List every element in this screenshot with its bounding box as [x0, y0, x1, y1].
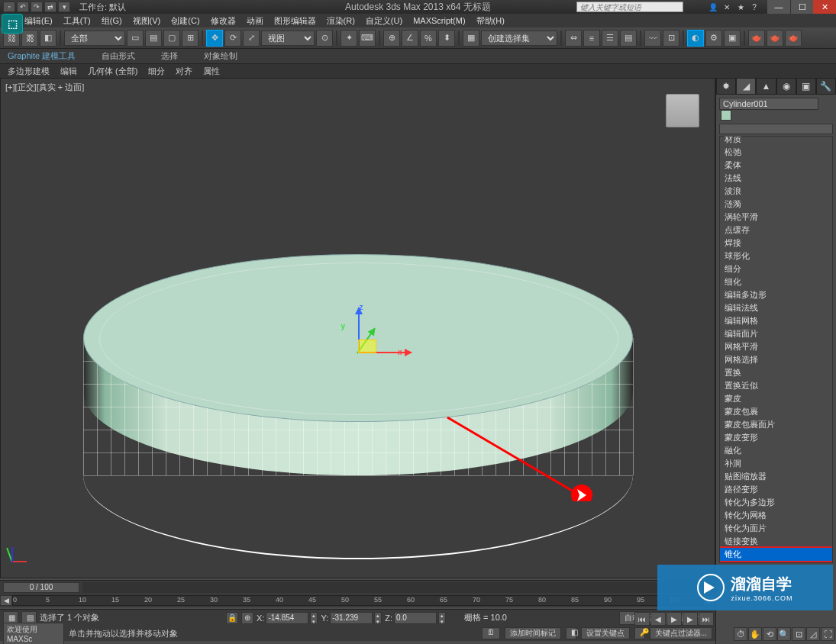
menu-help[interactable]: 帮助(H)	[476, 15, 505, 27]
modifier-item[interactable]: 涡轮平滑	[720, 211, 832, 224]
modifier-item[interactable]: 蒙皮变形	[720, 431, 832, 444]
modifier-item[interactable]: 编辑面片	[720, 327, 832, 340]
qat-more-icon[interactable]: ▾	[58, 2, 70, 12]
modifier-item[interactable]: 蒙皮包裹面片	[720, 418, 832, 431]
percent-snap-icon[interactable]: %	[420, 30, 437, 47]
manipulate-icon[interactable]: ✦	[341, 30, 357, 47]
ribbon-panel-edit[interactable]: 编辑	[60, 66, 77, 77]
modifier-item[interactable]: 网格选择	[720, 353, 832, 366]
modifier-item[interactable]: 点缓存	[720, 224, 832, 237]
next-frame-icon[interactable]: ▶	[683, 612, 698, 626]
ribbon-panel-properties[interactable]: 属性	[203, 66, 220, 77]
pivot-icon[interactable]: ⊙	[316, 30, 333, 47]
add-time-tag[interactable]: 添加时间标记	[505, 627, 561, 639]
select-region-icon[interactable]: ▢	[163, 30, 180, 47]
modifier-item[interactable]: 法线	[720, 172, 832, 185]
setkey-button[interactable]: 设置关键点	[581, 627, 630, 639]
modifier-item[interactable]: 蒙皮包裹	[720, 405, 832, 418]
window-crossing-icon[interactable]: ⊞	[182, 30, 199, 47]
spinner-snap-icon[interactable]: ⬍	[438, 30, 455, 47]
tag-icon[interactable]: 🗓	[482, 627, 500, 639]
keyboard-icon[interactable]: ⌨	[359, 30, 376, 47]
named-set-icon[interactable]: ▦	[463, 30, 479, 47]
modify-tab-icon[interactable]: ◢	[736, 78, 756, 95]
modifier-item[interactable]: 转化为面片	[720, 522, 832, 535]
maxscript-listener[interactable]: 欢迎使用 MAXSc	[3, 623, 64, 645]
angle-snap-icon[interactable]: ∠	[402, 30, 418, 47]
modifier-item[interactable]: 转化为多边形	[720, 496, 832, 509]
modifier-item[interactable]: 置换	[720, 366, 832, 379]
object-color-swatch[interactable]	[721, 110, 731, 121]
render-setup-icon[interactable]: ⚙	[705, 30, 722, 47]
modifier-item[interactable]: 贴图缩放器	[720, 470, 832, 483]
modifier-item[interactable]: 焊接	[720, 237, 832, 250]
curve-editor-icon[interactable]: 〰	[644, 30, 661, 47]
track-bar[interactable]: ◀ 05101520253035404550556065707580859095…	[0, 594, 715, 607]
ref-coord-system[interactable]: 视图	[261, 31, 315, 46]
modifier-item[interactable]: 涟漪	[720, 198, 832, 211]
select-name-icon[interactable]: ▤	[145, 30, 162, 47]
motion-tab-icon[interactable]: ◉	[776, 78, 796, 95]
ribbon-tab-paint[interactable]: 对象绘制	[204, 50, 237, 62]
modifier-item[interactable]: 补洞	[720, 457, 832, 470]
key-icon[interactable]: 🔑	[634, 627, 645, 639]
utilities-tab-icon[interactable]: 🔧	[816, 78, 836, 95]
menu-create[interactable]: 创建(C)	[171, 15, 199, 27]
ribbon-panel-align[interactable]: 对齐	[176, 66, 192, 77]
menu-group[interactable]: 组(G)	[102, 15, 122, 27]
align-icon[interactable]: ≡	[583, 30, 600, 47]
render-prod-icon[interactable]: 🫖	[767, 30, 783, 47]
layers-icon[interactable]: ☰	[602, 30, 618, 47]
track-scroll-track[interactable]: 0510152025303540455055606570758085909510…	[12, 595, 703, 606]
menu-render[interactable]: 渲染(R)	[327, 15, 355, 27]
time-slider[interactable]: 0 / 100	[0, 580, 715, 594]
create-tab-icon[interactable]: ✸	[716, 78, 736, 95]
key-filter-button[interactable]: 关键点过滤器...	[650, 627, 712, 639]
ribbon-tab-freeform[interactable]: 自由形式	[102, 50, 135, 62]
menu-maxscript[interactable]: MAXScript(M)	[413, 16, 465, 25]
signin-icon[interactable]: 👤	[708, 2, 718, 12]
hierarchy-tab-icon[interactable]: ▲	[756, 78, 776, 95]
goto-start-icon[interactable]: ⏮	[634, 612, 650, 626]
modifier-item[interactable]: 松弛	[720, 146, 832, 159]
modifier-item[interactable]: 锥化	[719, 546, 833, 562]
mirror-icon[interactable]: ⇔	[565, 30, 582, 47]
named-selection[interactable]: 创建选择集	[481, 31, 557, 46]
transform-type-icon[interactable]: ⊕	[241, 612, 253, 624]
modifier-item[interactable]: 编辑网格	[720, 314, 832, 327]
menu-tools[interactable]: 工具(T)	[63, 15, 91, 27]
modifier-item[interactable]: 材质	[720, 136, 832, 146]
select-icon[interactable]: ▭	[127, 30, 144, 47]
zoom-extents-icon[interactable]: ⊡	[792, 627, 805, 641]
modifier-item[interactable]: 编辑法线	[720, 301, 832, 314]
scale-icon[interactable]: ⤢	[243, 30, 260, 47]
schematic-icon[interactable]: ⊡	[663, 30, 679, 47]
viewport-label[interactable]: [+][正交][真实 + 边面]	[5, 82, 84, 93]
modifier-item[interactable]: 球形化	[720, 250, 832, 262]
maximize-viewport-icon[interactable]: ⛶	[821, 627, 834, 641]
snap-icon[interactable]: ⊕	[383, 30, 400, 47]
goto-end-icon[interactable]: ⏭	[699, 612, 714, 626]
display-tab-icon[interactable]: ▣	[796, 78, 816, 95]
render-icon[interactable]: 🫖	[748, 30, 765, 47]
modifier-item[interactable]: 细化	[720, 275, 832, 288]
menu-animation[interactable]: 动画	[247, 15, 263, 27]
menu-customize[interactable]: 自定义(U)	[366, 15, 402, 27]
modifier-item[interactable]: 波浪	[720, 185, 832, 198]
unlink-icon[interactable]: ⛓̸	[21, 30, 38, 47]
coord-y-spinner[interactable]: ▴▾	[374, 612, 382, 624]
favorite-icon[interactable]: ★	[735, 2, 746, 12]
cylinder-object[interactable]	[83, 254, 633, 422]
help-icon[interactable]: ?	[749, 2, 760, 12]
ribbon-panel-geometry[interactable]: 几何体 (全部)	[88, 66, 137, 77]
viewcube[interactable]	[666, 94, 699, 127]
modifier-item[interactable]: 柔体	[720, 159, 832, 172]
modifier-list[interactable]: 按元素分配材质按通道选择挤压推力摄影机贴图晶格曲面变形替换材质松弛柔体法线波浪涟…	[719, 136, 833, 563]
modifier-item[interactable]: 细分	[720, 262, 832, 275]
viewport[interactable]: [+][正交][真实 + 边面] z x y	[0, 78, 715, 578]
render-frame-icon[interactable]: ▣	[724, 30, 741, 47]
zoom-icon[interactable]: 🔍	[777, 627, 791, 641]
qat-new-icon[interactable]: ▫	[3, 2, 15, 12]
bind-icon[interactable]: ◧	[40, 30, 56, 47]
ribbon-panel-polymodel[interactable]: 多边形建模	[8, 66, 50, 77]
